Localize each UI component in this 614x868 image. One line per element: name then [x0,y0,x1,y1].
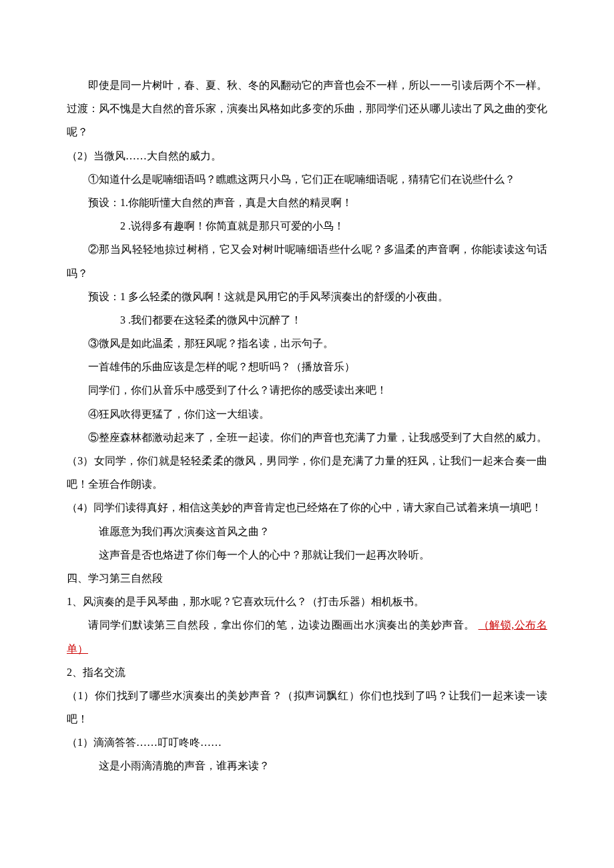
list-item: （1）滴滴答答……叮叮咚咚…… [67,731,547,754]
body-text-black: 请同学们默读第三自然段，拿出你们的笔，边读边圈画出水演奏出的美妙声音。 [88,619,475,630]
list-item: ⑤整座森林都激动起来了，全班一起读。你们的声音也充满了力量，让我感受到了大自然的… [67,426,547,449]
body-text: 2 .说得多有趣啊！你简直就是那只可爱的小鸟！ [67,214,547,238]
body-text: 这是小雨滴清脆的声音，谁再来读？ [67,754,547,777]
body-text: 过渡：风不愧是大自然的音乐家，演奏出风格如此多变的乐曲，那同学们还从哪儿读出了风… [67,97,547,143]
list-item: ②那当风轻轻地掠过树梢，它又会对树叶呢喃细语些什么呢？多温柔的声音啊，你能读读这… [67,238,547,284]
list-item: （3）女同学，你们就是轻轻柔柔的微风，男同学，你们是充满了力量的狂风，让我们一起… [67,449,547,496]
list-item: ①知道什么是呢喃细语吗？瞧瞧这两只小鸟，它们正在呢喃细语呢，猜猜它们在说些什么？ [67,167,547,191]
list-item: 1、风演奏的是手风琴曲，那水呢？它喜欢玩什么？（打击乐器）相机板书。 [67,590,547,613]
body-text: 这声音是否也烙进了你们每一个人的心中？那就让我们一起再次聆听。 [67,543,547,566]
list-item: 2、指名交流 [67,661,547,684]
list-item: ④狂风吹得更猛了，你们这一大组读。 [67,402,547,426]
section-heading: 四、学习第三自然段 [67,566,547,590]
body-text: 同学们，你们从音乐中感受到了什么？请把你的感受读出来吧！ [67,378,547,402]
body-text: 一首雄伟的乐曲应该是怎样的呢？想听吗？（播放音乐） [67,355,547,378]
body-text: 预设：1 多么轻柔的微风啊！这就是风用它的手风琴演奏出的舒缓的小夜曲。 [67,285,547,308]
body-text: 预设：1.你能听懂大自然的声音，真是大自然的精灵啊！ [67,191,547,214]
list-item: （1）你们找到了哪些水演奏出的美妙声音？（拟声词飘红）你们也找到了吗？让我们一起… [67,684,547,731]
body-text: 即使是同一片树叶，春、夏、秋、冬的风翻动它的声音也会不一样，所以一一引读后两个不… [67,73,547,97]
list-item: ③微风是如此温柔，那狂风呢？指名读，出示句子。 [67,332,547,355]
body-text: 请同学们默读第三自然段，拿出你们的笔，边读边圈画出水演奏出的美妙声音。 （解锁,… [67,613,547,660]
body-text: 谁愿意为我们再次演奏这首风之曲？ [67,520,547,543]
list-item: （4）同学们读得真好，相信这美妙的声音肯定也已经烙在了你的心中，请大家自己试着来… [67,496,547,519]
list-item: （2）当微风……大自然的威力。 [67,144,547,167]
body-text: 3 .我们都要在这轻柔的微风中沉醉了！ [67,308,547,332]
